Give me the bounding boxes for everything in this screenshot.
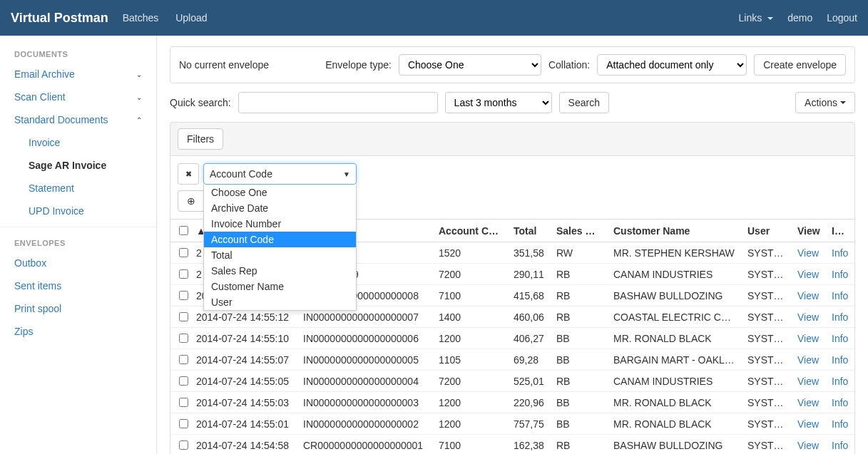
- row-checkbox[interactable]: [179, 248, 188, 257]
- info-link[interactable]: Info: [832, 397, 848, 408]
- actions-button[interactable]: Actions: [795, 92, 855, 113]
- envelope-type-select[interactable]: Choose One: [399, 54, 541, 76]
- sidebar-sub-upd[interactable]: UPD Invoice: [0, 200, 156, 222]
- cell-account: 1400: [433, 306, 508, 328]
- sidebar-item-email-archive[interactable]: Email Archive⌄: [0, 63, 156, 86]
- sidebar-item-outbox[interactable]: Outbox: [0, 252, 156, 274]
- view-link[interactable]: View: [797, 397, 819, 408]
- view-link[interactable]: View: [797, 247, 819, 259]
- cell-user: SYSTEM: [742, 435, 792, 455]
- collation-select[interactable]: Attached document only: [597, 54, 747, 76]
- sidebar-sub-statement[interactable]: Statement: [0, 177, 156, 200]
- search-button[interactable]: Search: [559, 92, 609, 113]
- cell-user: SYSTEM: [742, 371, 792, 392]
- info-link[interactable]: Info: [832, 247, 848, 259]
- row-checkbox[interactable]: [179, 334, 188, 343]
- view-link[interactable]: View: [797, 418, 819, 430]
- row-checkbox[interactable]: [179, 440, 188, 450]
- nav-user[interactable]: demo: [787, 12, 812, 24]
- row-checkbox[interactable]: [179, 291, 188, 300]
- remove-filter-button[interactable]: ✖: [178, 163, 199, 185]
- sidebar-item-print-spool[interactable]: Print spool: [0, 297, 156, 320]
- row-checkbox[interactable]: [179, 269, 188, 279]
- sidebar-header-documents: DOCUMENTS: [0, 43, 156, 63]
- sidebar-header-envelopes: ENVELOPES: [0, 232, 156, 252]
- info-link[interactable]: Info: [832, 418, 848, 430]
- info-link[interactable]: Info: [832, 311, 848, 323]
- row-checkbox[interactable]: [179, 355, 188, 364]
- info-link[interactable]: Info: [832, 269, 848, 280]
- sidebar-sub-invoice[interactable]: Invoice: [0, 131, 156, 154]
- filter-option[interactable]: Sales Rep: [204, 263, 356, 279]
- select-all-checkbox[interactable]: [179, 226, 188, 235]
- nav-logout[interactable]: Logout: [827, 12, 857, 24]
- filter-option[interactable]: Archive Date: [204, 200, 356, 216]
- filter-option[interactable]: Invoice Number: [204, 216, 356, 232]
- view-link[interactable]: View: [797, 269, 819, 280]
- filter-option[interactable]: Customer Name: [204, 279, 356, 294]
- sidebar-label: Print spool: [14, 303, 61, 314]
- cell-customer: MR. RONALD BLACK: [608, 328, 742, 349]
- row-checkbox[interactable]: [179, 419, 188, 428]
- view-link[interactable]: View: [797, 376, 819, 387]
- info-link[interactable]: Info: [832, 290, 848, 301]
- brand[interactable]: Virtual Postman: [11, 11, 108, 26]
- filter-option[interactable]: Choose One: [204, 185, 356, 200]
- header-account[interactable]: Account Code: [433, 220, 508, 242]
- cell-total: 525,01: [508, 371, 551, 392]
- header-total[interactable]: Total: [508, 220, 551, 242]
- view-link[interactable]: View: [797, 290, 819, 301]
- view-link[interactable]: View: [797, 440, 819, 451]
- filter-row: ✖ Account Code ▼ Choose One Archive Date…: [178, 163, 847, 185]
- header-customer[interactable]: Customer Name: [608, 220, 742, 242]
- sidebar-label: Sent items: [14, 280, 61, 292]
- nav-upload[interactable]: Upload: [175, 12, 207, 24]
- info-link[interactable]: Info: [832, 333, 848, 344]
- filter-option[interactable]: User: [204, 294, 356, 310]
- nav-links[interactable]: Links: [739, 12, 774, 24]
- cell-total: 162,38: [508, 435, 551, 455]
- envelope-type-label: Envelope type:: [325, 59, 392, 71]
- create-envelope-button[interactable]: Create envelope: [754, 54, 846, 76]
- header-sales-rep[interactable]: Sales Rep: [551, 220, 608, 242]
- cell-total: 757,75: [508, 413, 551, 435]
- table-row: 2014-07-24 14:55:10IN0000000000000000006…: [170, 328, 854, 349]
- row-checkbox[interactable]: [179, 312, 188, 321]
- view-link[interactable]: View: [797, 354, 819, 366]
- chevron-up-icon: ⌃: [136, 116, 142, 124]
- cell-date: 2014-07-24 14:54:58: [190, 435, 297, 455]
- actions-label: Actions: [805, 97, 837, 108]
- header-user[interactable]: User: [742, 220, 792, 242]
- sidebar-label: Scan Client: [14, 91, 66, 103]
- info-link[interactable]: Info: [832, 354, 848, 366]
- row-checkbox[interactable]: [179, 398, 188, 407]
- view-link[interactable]: View: [797, 333, 819, 344]
- quick-search-input[interactable]: [238, 92, 438, 113]
- sidebar-sub-sage[interactable]: Sage AR Invoice: [0, 154, 156, 177]
- header-checkbox[interactable]: [170, 220, 190, 242]
- date-range-select[interactable]: Last 3 months: [445, 92, 552, 113]
- filter-select-display[interactable]: Account Code ▼: [203, 163, 357, 185]
- filter-option[interactable]: Total: [204, 247, 356, 263]
- row-checkbox[interactable]: [179, 376, 188, 386]
- sidebar-item-sent[interactable]: Sent items: [0, 274, 156, 297]
- info-link[interactable]: Info: [832, 376, 848, 387]
- quick-search-label: Quick search:: [170, 97, 231, 108]
- cell-customer: BARGAIN MART - OAKLAND: [608, 349, 742, 371]
- sidebar-item-standard-documents[interactable]: Standard Documents⌃: [0, 108, 156, 131]
- search-toolbar: Quick search: Last 3 months Search Actio…: [170, 92, 855, 113]
- nav-batches[interactable]: Batches: [123, 12, 159, 24]
- filters-toggle-button[interactable]: Filters: [178, 128, 223, 150]
- table-row: 2014-07-24 14:55:05IN0000000000000000004…: [170, 371, 854, 392]
- filter-field-dropdown[interactable]: Account Code ▼ Choose One Archive Date I…: [203, 163, 357, 185]
- cell-date: 2014-07-24 14:55:05: [190, 371, 297, 392]
- sidebar-item-zips[interactable]: Zips: [0, 320, 156, 343]
- table-row: 2014-07-24 14:55:03IN0000000000000000003…: [170, 392, 854, 413]
- filter-option[interactable]: Account Code: [204, 232, 356, 247]
- view-link[interactable]: View: [797, 311, 819, 323]
- info-link[interactable]: Info: [832, 440, 848, 451]
- cell-account: 7200: [433, 264, 508, 285]
- cell-total: 220,96: [508, 392, 551, 413]
- sidebar-item-scan-client[interactable]: Scan Client⌄: [0, 86, 156, 108]
- cell-account: 1200: [433, 392, 508, 413]
